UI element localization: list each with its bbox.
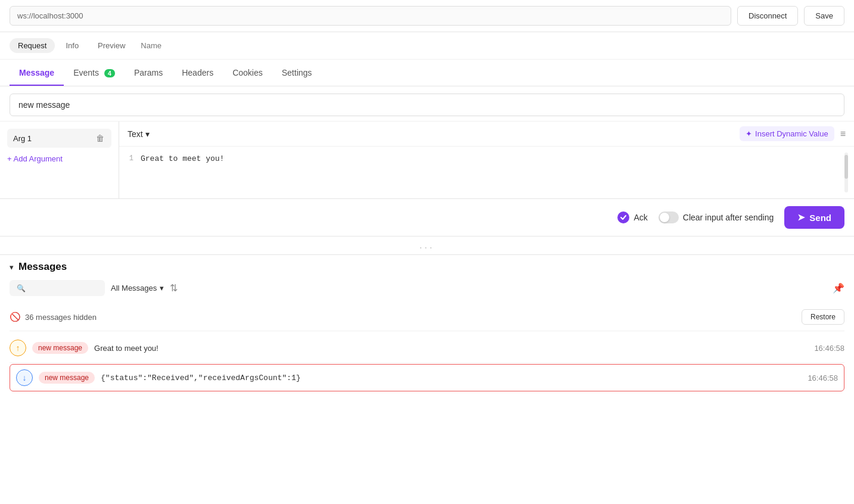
chevron-down-icon: ▾ bbox=[145, 129, 150, 139]
tab-preview[interactable]: Preview bbox=[89, 38, 133, 53]
tab-cookies[interactable]: Cookies bbox=[223, 60, 272, 86]
list-icon-button[interactable]: ≡ bbox=[840, 129, 846, 139]
request-tabs: Request Info Preview bbox=[0, 32, 854, 60]
arg-item: Arg 1 🗑 bbox=[7, 129, 111, 148]
filter-dropdown[interactable]: All Messages ▾ bbox=[111, 284, 164, 293]
wand-icon: ✦ bbox=[746, 129, 752, 138]
tab-params[interactable]: Params bbox=[125, 60, 172, 86]
message-content: {"status":"Received","receivedArgsCount"… bbox=[101, 374, 802, 382]
eye-off-icon: 🚫 bbox=[10, 312, 21, 322]
hidden-banner: 🚫 36 messages hidden Restore bbox=[10, 303, 844, 331]
editor-scrollbar[interactable] bbox=[844, 153, 848, 192]
arrow-up-icon: ↑ bbox=[10, 340, 26, 356]
send-label: Send bbox=[809, 213, 831, 223]
text-type-label: Text bbox=[128, 129, 143, 139]
send-bar: Ack Clear input after sending ➤ Send bbox=[0, 199, 854, 237]
events-badge: 4 bbox=[104, 69, 115, 77]
code-content[interactable]: Great to meet you! bbox=[141, 153, 844, 192]
clear-toggle[interactable] bbox=[659, 211, 679, 223]
message-input-section bbox=[0, 86, 854, 122]
hidden-count: 36 messages hidden bbox=[25, 313, 97, 322]
filter-sort-button[interactable]: ⇅ bbox=[170, 282, 178, 294]
editor-toolbar: Text ▾ ✦ Insert Dynamic Value ≡ bbox=[119, 122, 854, 147]
restore-button[interactable]: Restore bbox=[802, 309, 844, 325]
collapse-chevron-icon[interactable]: ▾ bbox=[10, 263, 14, 272]
save-button[interactable]: Save bbox=[804, 6, 844, 26]
send-arrow-icon: ➤ bbox=[797, 212, 805, 223]
editor-scrollbar-thumb bbox=[844, 155, 848, 179]
message-time: 16:46:58 bbox=[814, 344, 844, 353]
arg-delete-button[interactable]: 🗑 bbox=[95, 133, 105, 143]
message-content: Great to meet you! bbox=[94, 344, 808, 353]
pin-icon: 📌 bbox=[833, 283, 844, 293]
search-input[interactable] bbox=[29, 284, 98, 293]
messages-header: ▾ Messages bbox=[10, 261, 844, 273]
ack-checkbox[interactable] bbox=[617, 211, 629, 223]
message-row: ↓new message{"status":"Received","receiv… bbox=[10, 364, 844, 391]
chevron-down-icon: ▾ bbox=[160, 284, 164, 293]
message-time: 16:46:58 bbox=[808, 374, 838, 382]
messages-title: Messages bbox=[18, 261, 67, 273]
send-button[interactable]: ➤ Send bbox=[784, 206, 844, 229]
message-tag: new message bbox=[39, 372, 95, 384]
name-input[interactable] bbox=[141, 41, 241, 50]
clear-text: Clear input after sending bbox=[683, 213, 774, 222]
filter-label: All Messages bbox=[111, 284, 157, 293]
search-box: 🔍 bbox=[10, 280, 105, 296]
insert-dynamic-button[interactable]: ✦ Insert Dynamic Value bbox=[740, 126, 834, 141]
line-numbers: 1 bbox=[119, 153, 141, 192]
messages-toolbar: 🔍 All Messages ▾ ⇅ 📌 bbox=[10, 280, 844, 296]
editor-panel: Text ▾ ✦ Insert Dynamic Value ≡ 1 Great … bbox=[119, 122, 854, 198]
search-icon: 🔍 bbox=[17, 284, 26, 293]
message-tag: new message bbox=[32, 342, 88, 354]
list-icon: ≡ bbox=[840, 129, 846, 139]
pin-button[interactable]: 📌 bbox=[833, 282, 844, 294]
message-list: ↑new messageGreat to meet you!16:46:58↓n… bbox=[10, 334, 844, 391]
tab-message[interactable]: Message bbox=[10, 60, 64, 86]
clear-label: Clear input after sending bbox=[659, 211, 774, 223]
arg-label: Arg 1 bbox=[13, 134, 32, 143]
ack-text: Ack bbox=[633, 213, 647, 222]
messages-section: ▾ Messages 🔍 All Messages ▾ ⇅ 📌 🚫 36 mes… bbox=[0, 255, 854, 391]
url-input[interactable] bbox=[10, 6, 731, 26]
arrow-down-icon: ↓ bbox=[16, 369, 33, 386]
ack-label: Ack bbox=[617, 211, 647, 223]
check-icon bbox=[620, 214, 627, 221]
tab-events[interactable]: Events 4 bbox=[64, 60, 125, 86]
nav-tabs: Message Events 4 Params Headers Cookies … bbox=[0, 60, 854, 86]
args-editor-section: Arg 1 🗑 + Add Argument Text ▾ ✦ Insert D… bbox=[0, 122, 854, 199]
tab-headers[interactable]: Headers bbox=[172, 60, 223, 86]
tab-settings[interactable]: Settings bbox=[272, 60, 322, 86]
insert-dynamic-label: Insert Dynamic Value bbox=[755, 129, 828, 138]
code-editor: 1 Great to meet you! bbox=[119, 147, 854, 198]
sort-icon: ⇅ bbox=[170, 283, 178, 293]
hidden-text: 🚫 36 messages hidden bbox=[10, 312, 97, 322]
args-panel: Arg 1 🗑 + Add Argument bbox=[0, 122, 119, 198]
message-row: ↑new messageGreat to meet you!16:46:58 bbox=[10, 334, 844, 363]
text-type-button[interactable]: Text ▾ bbox=[128, 129, 150, 139]
line-number: 1 bbox=[119, 153, 133, 164]
top-bar: Disconnect Save bbox=[0, 0, 854, 32]
editor-actions: ✦ Insert Dynamic Value ≡ bbox=[740, 126, 846, 141]
trash-icon: 🗑 bbox=[96, 133, 104, 143]
add-argument-button[interactable]: + Add Argument bbox=[7, 154, 63, 163]
disconnect-button[interactable]: Disconnect bbox=[737, 6, 798, 26]
tab-request[interactable]: Request bbox=[10, 38, 55, 53]
message-event-input[interactable] bbox=[10, 94, 844, 116]
divider-handle[interactable]: ... bbox=[0, 237, 854, 255]
tab-info[interactable]: Info bbox=[57, 38, 87, 53]
